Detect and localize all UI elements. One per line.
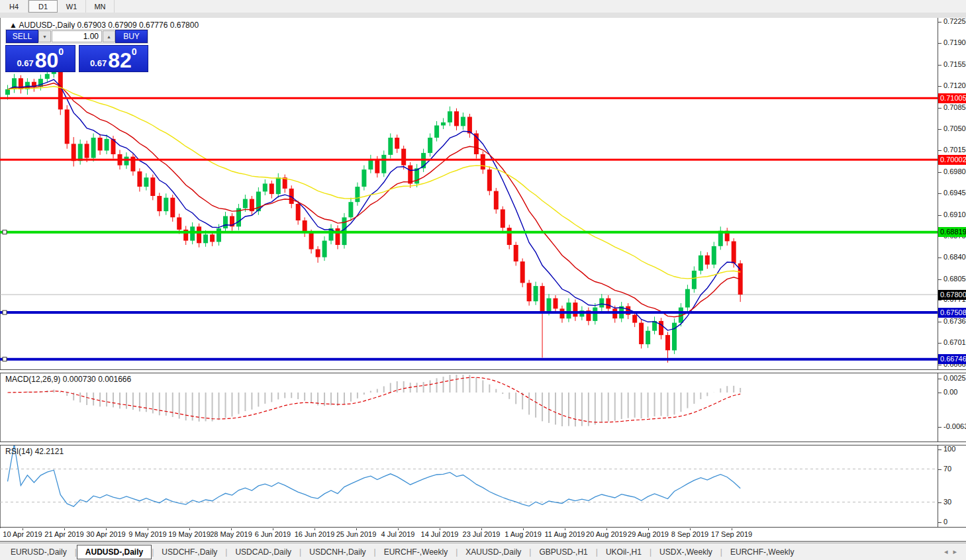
ma-line-16: [8, 83, 741, 317]
chart-tab-eurchf-weekly[interactable]: EURCHF-,Weekly: [376, 545, 456, 559]
time-axis[interactable]: 10 Apr 201921 Apr 201930 Apr 20199 May 2…: [0, 528, 938, 541]
tab-scroll-right-icon[interactable]: ▸: [953, 547, 962, 555]
y-axis-label: 0.71550: [943, 60, 966, 68]
price-badge: 0.68819: [938, 227, 966, 237]
x-axis-label: 4 Jul 2019: [381, 530, 415, 538]
y-axis-label: 0.70150: [943, 146, 966, 154]
y-axis-label: 0.70500: [943, 124, 966, 132]
x-axis-label: 14 Jul 2019: [421, 530, 459, 538]
tab-scroll-arrows[interactable]: ◂▸: [944, 547, 962, 556]
ma-line-8: [8, 79, 741, 330]
rsi-line: [8, 444, 741, 506]
rsi-indicator-canvas[interactable]: [0, 444, 938, 527]
rsi-indicator-label: RSI(14) 42.2121: [5, 447, 64, 456]
buy-price-pipette: 0: [132, 46, 137, 57]
chart-tab-ukoil-h1[interactable]: UKOil-,H1: [598, 545, 650, 559]
pane-separator[interactable]: [0, 369, 966, 373]
y-axis-label: 0.67010: [943, 338, 966, 346]
volume-increase-button[interactable]: ▲: [103, 30, 115, 42]
price-axis[interactable]: 0.722500.719000.715500.712000.708500.705…: [938, 18, 966, 527]
line-handle[interactable]: [3, 310, 7, 314]
y-axis-label: 0.70850: [943, 103, 966, 111]
price-badge: 0.67800: [938, 290, 966, 300]
timeframe-button-h4[interactable]: H4: [0, 0, 28, 13]
macd-name: MACD(12,26,9): [5, 375, 60, 384]
chart-tab-usdcnh-daily[interactable]: USDCNH-,Daily: [301, 545, 373, 559]
chart-tab-bar: EURUSD-,Daily|AUDUSD-,Daily|USDCHF-,Dail…: [0, 543, 966, 560]
macd-signal-line: [8, 377, 741, 422]
buy-button[interactable]: BUY: [115, 30, 148, 43]
trade-controls-row: SELL ▼ ▲ BUY: [5, 29, 148, 44]
price-badge: 0.66746: [938, 354, 966, 364]
x-axis-label: 6 Jun 2019: [255, 530, 291, 538]
ma-line-40: [8, 87, 741, 279]
macd-axis-label: 0.002574: [943, 374, 966, 382]
y-axis-label: 0.69100: [943, 210, 966, 218]
timeframe-toolbar: H4D1W1MN: [0, 0, 966, 13]
chart-tab-audusd-daily[interactable]: AUDUSD-,Daily: [77, 545, 152, 559]
sell-button[interactable]: SELL: [6, 30, 38, 43]
rsi-axis-label: 30: [943, 498, 951, 506]
sell-price-big-digits: 80: [35, 50, 59, 70]
macd-main-value: 0.000730: [63, 375, 96, 384]
x-axis-label: 23 Jul 2019: [463, 530, 501, 538]
chart-tab-eurusd-daily[interactable]: EURUSD-,Daily: [3, 545, 75, 559]
volume-input[interactable]: [52, 30, 102, 42]
y-axis-label: 0.71200: [943, 81, 966, 89]
buy-price-big-digits: 82: [108, 50, 132, 70]
y-axis-label: 0.71900: [943, 38, 966, 46]
timeframe-button-mn[interactable]: MN: [86, 0, 115, 13]
y-axis-label: 0.68050: [943, 275, 966, 283]
window-bottom-edge: [0, 541, 966, 542]
rsi-axis-label: 70: [943, 465, 951, 473]
sell-price-button[interactable]: 0.67 80 0: [5, 45, 75, 72]
line-handle[interactable]: [3, 357, 7, 361]
rsi-axis-label: 0: [943, 518, 947, 526]
y-axis-label: 0.69800: [943, 167, 966, 175]
y-axis-label: 0.68400: [943, 253, 966, 261]
x-axis-label: 30 Apr 2019: [86, 530, 125, 538]
sell-price-pipette: 0: [58, 46, 64, 57]
macd-indicator-label: MACD(12,26,9) 0.000730 0.001666: [5, 375, 131, 384]
chart-tab-gbpusd-h1[interactable]: GBPUSD-,H1: [531, 545, 595, 559]
price-badge: 0.67508: [938, 308, 966, 318]
chart-ohlc-values: 0.67903 0.67909 0.67776 0.67800: [77, 21, 199, 30]
chart-title: ▲ AUDUSD-,Daily 0.67903 0.67909 0.67776 …: [9, 21, 199, 30]
x-axis-label: 8 Sep 2019: [671, 530, 708, 538]
tab-scroll-left-icon[interactable]: ◂: [944, 547, 953, 555]
y-axis-label: 0.67360: [943, 317, 966, 325]
timeframe-button-d1[interactable]: D1: [28, 0, 58, 13]
x-axis-label: 20 Aug 2019: [586, 530, 627, 538]
chart-tab-eurchf-weekly[interactable]: EURCHF-,Weekly: [722, 545, 802, 559]
macd-indicator-canvas[interactable]: [0, 372, 938, 442]
x-axis-label: 9 May 2019: [128, 530, 166, 538]
mt4-terminal: H4D1W1MN ▲ AUDUSD-,Daily 0.67903 0.67909…: [0, 0, 966, 560]
price-badge: 0.71005: [938, 93, 966, 103]
x-axis-label: 16 Jun 2019: [295, 530, 335, 538]
chart-tab-usdcad-daily[interactable]: USDCAD-,Daily: [227, 545, 299, 559]
line-handle[interactable]: [3, 230, 7, 234]
chart-symbol-label: AUDUSD-,Daily: [19, 21, 75, 30]
chart-tab-usdchf-daily[interactable]: USDCHF-,Daily: [154, 545, 225, 559]
buy-price-prefix: 0.67: [90, 58, 107, 68]
x-axis-label: 17 Sep 2019: [711, 530, 752, 538]
macd-axis-label: -0.00632: [943, 422, 966, 430]
chart-tab-xauusd-daily[interactable]: XAUUSD-,Daily: [458, 545, 529, 559]
buy-price-button[interactable]: 0.67 82 0: [79, 45, 149, 72]
chart-tab-usdx-weekly[interactable]: USDX-,Weekly: [652, 545, 720, 559]
x-axis-label: 1 Aug 2019: [505, 530, 542, 538]
macd-signal-value: 0.001666: [98, 375, 131, 384]
one-click-trading-panel: SELL ▼ ▲ BUY 0.67 80 0 0.67 82 0: [5, 29, 148, 72]
chart-bottom-border: [0, 527, 966, 528]
timeframe-button-w1[interactable]: W1: [58, 0, 86, 13]
rsi-axis-label: 100: [943, 445, 955, 453]
volume-decrease-button[interactable]: ▼: [38, 30, 51, 42]
y-axis-label: 0.72250: [943, 17, 966, 25]
pane-separator[interactable]: [0, 442, 966, 445]
rsi-value: 42.2121: [35, 447, 64, 456]
sell-price-prefix: 0.67: [17, 58, 33, 68]
x-axis-label: 29 Aug 2019: [628, 530, 669, 538]
x-axis-label: 10 Apr 2019: [3, 530, 42, 538]
x-axis-label: 25 Jun 2019: [336, 530, 377, 538]
collapse-panel-icon[interactable]: ▲: [9, 21, 17, 30]
